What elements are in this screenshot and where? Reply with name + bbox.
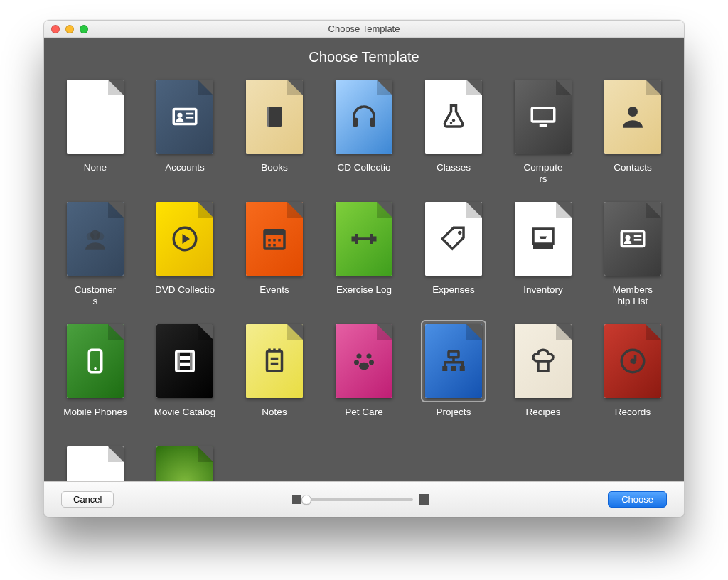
svg-rect-27	[355, 237, 373, 240]
template-thumb	[246, 324, 303, 398]
svg-rect-31	[533, 244, 553, 249]
template-thumb-wrap	[63, 320, 128, 402]
svg-point-37	[94, 367, 97, 370]
template-item[interactable]	[61, 442, 129, 481]
page-fold-icon	[646, 202, 661, 218]
template-thumb-wrap	[510, 75, 576, 158]
thumbnail-size-slider	[292, 494, 429, 505]
template-label: Accounts	[165, 162, 205, 186]
template-thumb-wrap	[242, 75, 307, 158]
page-fold-icon	[198, 80, 213, 95]
svg-rect-24	[273, 244, 276, 247]
page-fold-icon	[108, 324, 124, 340]
template-item[interactable]: Recipes	[509, 320, 577, 431]
template-label: Contacts	[614, 162, 651, 186]
svg-rect-5	[267, 107, 270, 127]
page-fold-icon	[287, 324, 303, 340]
template-item[interactable]: Accounts	[151, 75, 219, 186]
choose-button[interactable]: Choose	[608, 491, 667, 508]
template-item[interactable]: Projects	[419, 320, 488, 431]
template-thumb	[67, 324, 124, 398]
template-item[interactable]: Customer s	[61, 198, 129, 308]
page-title: Choose Template	[44, 38, 684, 75]
svg-rect-22	[278, 239, 281, 242]
template-grid-scroll[interactable]: NoneAccountsBooksCD CollectioClassesComp…	[44, 75, 684, 481]
page-fold-icon	[466, 324, 482, 340]
page-fold-icon	[556, 80, 572, 95]
template-thumb-wrap	[600, 320, 665, 402]
slider-knob[interactable]	[301, 495, 311, 505]
template-thumb-wrap	[331, 75, 397, 158]
template-label: Exercise Log	[336, 284, 392, 308]
template-thumb	[67, 446, 124, 481]
template-thumb	[246, 80, 303, 154]
template-item[interactable]: Records	[599, 320, 667, 431]
template-thumb	[604, 80, 661, 154]
template-item[interactable]	[151, 442, 219, 481]
template-item[interactable]: DVD Collectio	[151, 198, 219, 308]
template-item[interactable]: None	[61, 75, 129, 186]
page-fold-icon	[108, 202, 124, 218]
page-fold-icon	[108, 446, 124, 462]
svg-rect-3	[186, 117, 194, 119]
svg-point-12	[628, 107, 638, 117]
svg-point-33	[626, 235, 631, 240]
template-item[interactable]: Compute rs	[509, 75, 577, 186]
svg-point-49	[357, 354, 362, 359]
svg-rect-40	[190, 351, 193, 371]
template-label: DVD Collectio	[155, 284, 215, 308]
size-slider[interactable]	[306, 498, 413, 501]
template-label: Members hip List	[613, 284, 653, 308]
template-thumb-wrap	[63, 75, 128, 158]
page-fold-icon	[377, 80, 392, 95]
svg-rect-20	[268, 239, 271, 242]
svg-rect-54	[449, 351, 459, 358]
template-thumb-wrap	[600, 75, 665, 158]
svg-rect-29	[370, 234, 373, 244]
template-thumb	[336, 202, 392, 276]
svg-rect-19	[264, 230, 284, 235]
content-area: Choose Template NoneAccountsBooksCD Coll…	[44, 38, 684, 481]
thumbnail-small-icon	[292, 495, 301, 504]
template-label: Compute rs	[524, 162, 563, 186]
template-item[interactable]: Contacts	[599, 75, 667, 186]
titlebar: Choose Template	[44, 21, 684, 38]
template-label: Expenses	[432, 284, 474, 308]
template-item[interactable]: Notes	[240, 320, 309, 431]
svg-point-53	[359, 362, 369, 370]
template-label: Classes	[437, 162, 471, 186]
svg-rect-41	[180, 356, 190, 360]
template-label: Events	[259, 284, 289, 308]
template-item[interactable]: Members hip List	[599, 198, 667, 308]
svg-rect-26	[373, 237, 376, 242]
template-item[interactable]: Classes	[419, 75, 488, 186]
template-item[interactable]: Pet Care	[330, 320, 398, 431]
page-fold-icon	[646, 324, 661, 340]
template-item[interactable]: Movie Catalog	[151, 320, 219, 431]
svg-rect-21	[273, 239, 276, 242]
template-thumb	[156, 324, 213, 398]
template-thumb-wrap	[152, 320, 218, 402]
template-thumb	[246, 202, 303, 276]
template-item[interactable]: Mobile Phones	[61, 320, 129, 431]
svg-marker-17	[183, 234, 191, 244]
template-item[interactable]: Expenses	[419, 198, 488, 308]
template-thumb-wrap	[331, 320, 397, 402]
svg-rect-10	[532, 108, 555, 122]
svg-rect-56	[451, 366, 456, 371]
svg-rect-57	[460, 366, 465, 371]
template-item[interactable]: CD Collectio	[330, 75, 398, 186]
template-thumb	[67, 202, 124, 276]
svg-point-50	[367, 354, 372, 359]
template-thumb	[515, 80, 572, 154]
template-item[interactable]: Books	[240, 75, 309, 186]
page-fold-icon	[377, 202, 392, 218]
page-fold-icon	[287, 202, 303, 218]
template-item[interactable]: Inventory	[509, 198, 577, 308]
svg-point-9	[450, 122, 453, 124]
template-item[interactable]: Events	[240, 198, 309, 308]
template-label: CD Collectio	[337, 162, 390, 186]
template-item[interactable]: Exercise Log	[330, 198, 398, 308]
footer: Cancel Choose	[44, 481, 684, 517]
cancel-button[interactable]: Cancel	[61, 491, 114, 508]
